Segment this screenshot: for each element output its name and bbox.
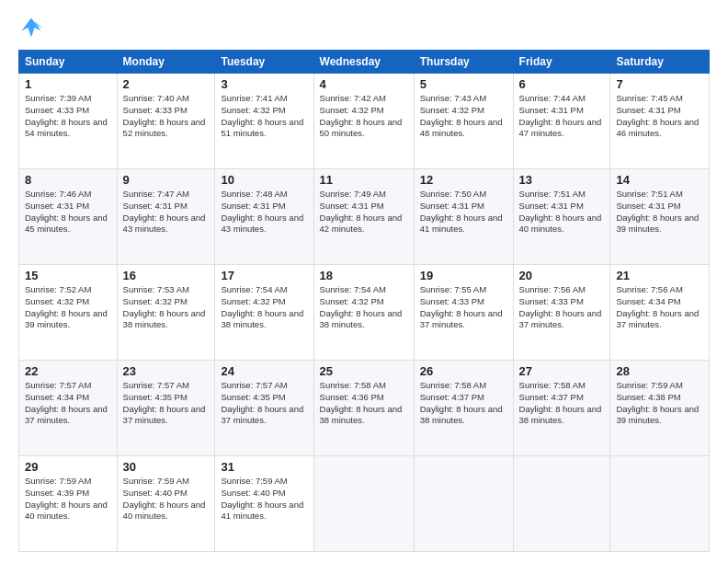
sunset-label: Sunset: 4:31 PM: [123, 201, 188, 211]
calendar-day-cell: 30 Sunrise: 7:59 AM Sunset: 4:40 PM Dayl…: [117, 456, 215, 552]
day-number: 25: [320, 364, 408, 378]
day-info: Sunrise: 7:56 AM Sunset: 4:33 PM Dayligh…: [519, 284, 605, 331]
day-info: Sunrise: 7:57 AM Sunset: 4:35 PM Dayligh…: [123, 380, 210, 427]
calendar-day-cell: 5 Sunrise: 7:43 AM Sunset: 4:32 PM Dayli…: [414, 74, 513, 169]
day-number: 3: [221, 77, 307, 91]
day-info: Sunrise: 7:58 AM Sunset: 4:37 PM Dayligh…: [519, 380, 605, 427]
day-info: Sunrise: 7:59 AM Sunset: 4:40 PM Dayligh…: [221, 476, 307, 523]
daylight-label: Daylight: 8 hours and 40 minutes.: [519, 213, 602, 235]
calendar-day-cell: 27 Sunrise: 7:58 AM Sunset: 4:37 PM Dayl…: [513, 361, 610, 456]
svg-marker-0: [22, 18, 41, 38]
day-info: Sunrise: 7:39 AM Sunset: 4:33 PM Dayligh…: [25, 93, 111, 140]
sunrise-label: Sunrise: 7:59 AM: [25, 476, 91, 486]
day-info: Sunrise: 7:43 AM Sunset: 4:32 PM Dayligh…: [420, 93, 507, 140]
day-number: 10: [221, 173, 307, 187]
sunrise-label: Sunrise: 7:49 AM: [320, 189, 386, 199]
calendar-day-cell: 23 Sunrise: 7:57 AM Sunset: 4:35 PM Dayl…: [117, 361, 215, 456]
calendar-week-row: 22 Sunrise: 7:57 AM Sunset: 4:34 PM Dayl…: [19, 361, 710, 456]
sunrise-label: Sunrise: 7:56 AM: [519, 284, 586, 294]
sunrise-label: Sunrise: 7:44 AM: [519, 93, 586, 103]
daylight-label: Daylight: 8 hours and 50 minutes.: [320, 117, 403, 139]
sunset-label: Sunset: 4:31 PM: [519, 201, 584, 211]
logo-icon: [18, 15, 44, 40]
daylight-label: Daylight: 8 hours and 47 minutes.: [519, 117, 602, 139]
sunrise-label: Sunrise: 7:59 AM: [221, 476, 287, 486]
day-number: 9: [123, 173, 210, 187]
calendar-day-cell: 14 Sunrise: 7:51 AM Sunset: 4:31 PM Dayl…: [610, 169, 710, 265]
sunrise-label: Sunrise: 7:53 AM: [123, 284, 189, 294]
calendar-day-cell: 10 Sunrise: 7:48 AM Sunset: 4:31 PM Dayl…: [215, 169, 313, 265]
day-number: 20: [519, 269, 605, 282]
calendar-day-cell: [313, 456, 414, 552]
sunrise-label: Sunrise: 7:58 AM: [420, 380, 486, 390]
calendar-day-cell: 21 Sunrise: 7:56 AM Sunset: 4:34 PM Dayl…: [610, 265, 710, 361]
sunset-label: Sunset: 4:37 PM: [420, 392, 484, 402]
sunset-label: Sunset: 4:32 PM: [320, 296, 384, 306]
calendar-day-cell: 19 Sunrise: 7:55 AM Sunset: 4:33 PM Dayl…: [414, 265, 513, 361]
day-info: Sunrise: 7:55 AM Sunset: 4:33 PM Dayligh…: [420, 284, 507, 331]
weekday-header: Tuesday: [215, 51, 313, 74]
calendar-day-cell: 24 Sunrise: 7:57 AM Sunset: 4:35 PM Dayl…: [215, 361, 313, 456]
daylight-label: Daylight: 8 hours and 41 minutes.: [420, 213, 503, 235]
daylight-label: Daylight: 8 hours and 37 minutes.: [616, 308, 699, 330]
day-info: Sunrise: 7:51 AM Sunset: 4:31 PM Dayligh…: [616, 189, 703, 236]
sunrise-label: Sunrise: 7:42 AM: [320, 93, 386, 103]
day-info: Sunrise: 7:59 AM Sunset: 4:39 PM Dayligh…: [25, 476, 111, 523]
daylight-label: Daylight: 8 hours and 45 minutes.: [25, 213, 108, 235]
day-info: Sunrise: 7:59 AM Sunset: 4:40 PM Dayligh…: [123, 476, 210, 523]
page: SundayMondayTuesdayWednesdayThursdayFrid…: [0, 0, 728, 563]
daylight-label: Daylight: 8 hours and 37 minutes.: [123, 404, 206, 426]
day-info: Sunrise: 7:41 AM Sunset: 4:32 PM Dayligh…: [221, 93, 307, 140]
calendar-day-cell: 28 Sunrise: 7:59 AM Sunset: 4:38 PM Dayl…: [610, 361, 710, 456]
sunset-label: Sunset: 4:40 PM: [221, 488, 285, 498]
calendar-day-cell: 1 Sunrise: 7:39 AM Sunset: 4:33 PM Dayli…: [19, 74, 118, 169]
sunrise-label: Sunrise: 7:51 AM: [519, 189, 586, 199]
sunset-label: Sunset: 4:32 PM: [420, 105, 484, 115]
day-number: 23: [123, 364, 210, 378]
sunset-label: Sunset: 4:31 PM: [616, 105, 680, 115]
day-number: 30: [123, 460, 210, 474]
daylight-label: Daylight: 8 hours and 43 minutes.: [123, 213, 206, 235]
day-number: 7: [616, 77, 703, 91]
sunrise-label: Sunrise: 7:59 AM: [123, 476, 189, 486]
daylight-label: Daylight: 8 hours and 38 minutes.: [320, 308, 403, 330]
calendar-day-cell: 25 Sunrise: 7:58 AM Sunset: 4:36 PM Dayl…: [313, 361, 414, 456]
day-info: Sunrise: 7:52 AM Sunset: 4:32 PM Dayligh…: [25, 284, 111, 331]
calendar-day-cell: 22 Sunrise: 7:57 AM Sunset: 4:34 PM Dayl…: [19, 361, 118, 456]
weekday-header: Sunday: [19, 51, 118, 74]
sunrise-label: Sunrise: 7:39 AM: [25, 93, 91, 103]
sunrise-label: Sunrise: 7:56 AM: [616, 284, 682, 294]
day-info: Sunrise: 7:47 AM Sunset: 4:31 PM Dayligh…: [123, 189, 210, 236]
sunset-label: Sunset: 4:33 PM: [519, 296, 584, 306]
day-number: 5: [420, 77, 507, 91]
calendar-day-cell: 17 Sunrise: 7:54 AM Sunset: 4:32 PM Dayl…: [215, 265, 313, 361]
weekday-header: Saturday: [610, 51, 710, 74]
calendar-day-cell: 18 Sunrise: 7:54 AM Sunset: 4:32 PM Dayl…: [313, 265, 414, 361]
calendar-day-cell: 8 Sunrise: 7:46 AM Sunset: 4:31 PM Dayli…: [19, 169, 118, 265]
sunrise-label: Sunrise: 7:57 AM: [123, 380, 189, 390]
calendar-day-cell: 13 Sunrise: 7:51 AM Sunset: 4:31 PM Dayl…: [513, 169, 610, 265]
sunrise-label: Sunrise: 7:58 AM: [519, 380, 586, 390]
sunrise-label: Sunrise: 7:47 AM: [123, 189, 189, 199]
daylight-label: Daylight: 8 hours and 48 minutes.: [420, 117, 503, 139]
daylight-label: Daylight: 8 hours and 41 minutes.: [221, 500, 303, 522]
calendar-day-cell: 20 Sunrise: 7:56 AM Sunset: 4:33 PM Dayl…: [513, 265, 610, 361]
calendar-day-cell: 4 Sunrise: 7:42 AM Sunset: 4:32 PM Dayli…: [313, 74, 414, 169]
day-info: Sunrise: 7:42 AM Sunset: 4:32 PM Dayligh…: [320, 93, 408, 140]
daylight-label: Daylight: 8 hours and 38 minutes.: [221, 308, 303, 330]
daylight-label: Daylight: 8 hours and 39 minutes.: [616, 404, 699, 426]
calendar-week-row: 29 Sunrise: 7:59 AM Sunset: 4:39 PM Dayl…: [19, 456, 710, 552]
day-number: 12: [420, 173, 507, 187]
weekday-header: Monday: [117, 51, 215, 74]
day-info: Sunrise: 7:54 AM Sunset: 4:32 PM Dayligh…: [221, 284, 307, 331]
calendar-day-cell: 29 Sunrise: 7:59 AM Sunset: 4:39 PM Dayl…: [19, 456, 118, 552]
day-number: 4: [320, 77, 408, 91]
day-number: 2: [123, 77, 210, 91]
daylight-label: Daylight: 8 hours and 40 minutes.: [25, 500, 108, 522]
sunset-label: Sunset: 4:33 PM: [123, 105, 188, 115]
calendar-day-cell: [610, 456, 710, 552]
calendar-day-cell: 7 Sunrise: 7:45 AM Sunset: 4:31 PM Dayli…: [610, 74, 710, 169]
sunrise-label: Sunrise: 7:43 AM: [420, 93, 486, 103]
sunrise-label: Sunrise: 7:51 AM: [616, 189, 682, 199]
day-number: 17: [221, 269, 307, 282]
